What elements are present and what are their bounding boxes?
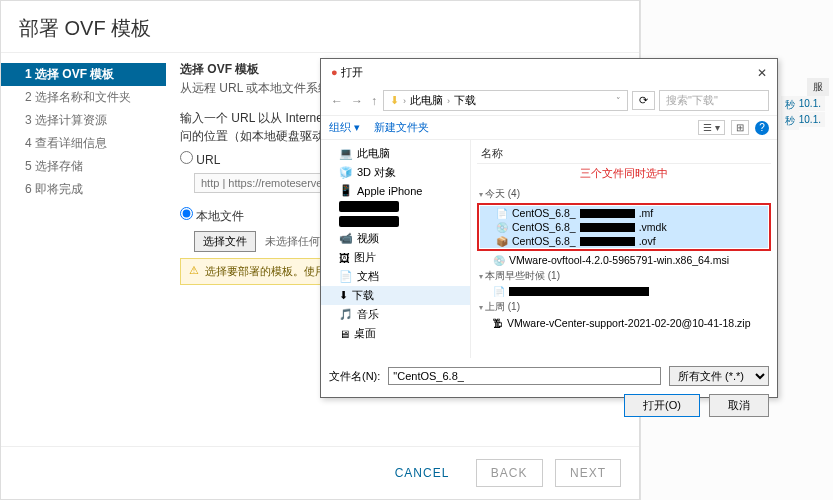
nav-fwd-icon[interactable]: → bbox=[349, 94, 365, 108]
chevron-right-icon: › bbox=[447, 96, 450, 106]
msi-icon: 💿 bbox=[493, 255, 505, 266]
tree-item-downloads[interactable]: ⬇下载 bbox=[321, 286, 470, 305]
step-2[interactable]: 2 选择名称和文件夹 bbox=[1, 86, 166, 109]
cancel-file-button[interactable]: 取消 bbox=[709, 394, 769, 417]
file-item[interactable]: 📄CentOS_6.8_.mf bbox=[480, 206, 768, 220]
ovf-icon: 📦 bbox=[496, 236, 508, 247]
file-item[interactable]: 💿CentOS_6.8_.vmdk bbox=[480, 220, 768, 234]
help-icon[interactable]: ? bbox=[755, 121, 769, 135]
phone-icon: 📱 bbox=[339, 184, 353, 197]
group-today[interactable]: ▾今天 (4) bbox=[477, 185, 771, 203]
music-icon: 🎵 bbox=[339, 308, 353, 321]
dialog-title: 打开 bbox=[341, 66, 363, 78]
close-icon[interactable]: ✕ bbox=[757, 66, 767, 80]
tree-item[interactable]: 📄文档 bbox=[321, 267, 470, 286]
bg-cell-1b: 10.1. bbox=[795, 96, 825, 111]
folder-tree: 💻此电脑 🧊3D 对象 📱Apple iPhone 📹视频 🖼图片 📄文档 ⬇下… bbox=[321, 140, 471, 358]
organize-menu[interactable]: 组织 ▾ bbox=[329, 120, 360, 135]
file-item[interactable]: 🗜VMware-vCenter-support-2021-02-20@10-41… bbox=[477, 316, 771, 330]
caret-down-icon: ▾ bbox=[479, 272, 483, 281]
filename-label: 文件名(N): bbox=[329, 369, 380, 384]
path-root: 此电脑 bbox=[410, 93, 443, 108]
file-open-dialog: ● 打开 ✕ ← → ↑ ⬇ › 此电脑 › 下载 ˅ ⟳ 搜索"下载" 组织 … bbox=[320, 58, 778, 398]
tree-item[interactable] bbox=[321, 199, 470, 214]
wizard-sidebar: 1 选择 OVF 模板 2 选择名称和文件夹 3 选择计算资源 4 查看详细信息… bbox=[1, 53, 166, 453]
picture-icon: 🖼 bbox=[339, 252, 350, 264]
wizard-title: 部署 OVF 模板 bbox=[1, 1, 639, 53]
tree-item[interactable]: 🖼图片 bbox=[321, 248, 470, 267]
bg-cell-2b: 10.1. bbox=[795, 112, 825, 127]
selection-highlight: 📄CentOS_6.8_.mf 💿CentOS_6.8_.vmdk 📦CentO… bbox=[477, 203, 771, 251]
warning-icon: ⚠ bbox=[189, 264, 199, 279]
redacted bbox=[580, 223, 635, 232]
col-hdr: 服 bbox=[807, 78, 829, 96]
open-button[interactable]: 打开(O) bbox=[624, 394, 700, 417]
step-4[interactable]: 4 查看详细信息 bbox=[1, 132, 166, 155]
column-header-name[interactable]: 名称 bbox=[477, 144, 771, 164]
redacted bbox=[580, 237, 635, 246]
caret-down-icon: ▾ bbox=[479, 303, 483, 312]
file-list: 名称 三个文件同时选中 ▾今天 (4) 📄CentOS_6.8_.mf 💿Cen… bbox=[471, 140, 777, 358]
video-icon: 📹 bbox=[339, 232, 353, 245]
file-icon: 📄 bbox=[493, 286, 505, 297]
desktop-icon: 🖥 bbox=[339, 328, 350, 340]
nav-up-icon[interactable]: ↑ bbox=[369, 94, 379, 108]
filter-select[interactable]: 所有文件 (*.*) bbox=[669, 366, 769, 386]
step-6[interactable]: 6 即将完成 bbox=[1, 178, 166, 201]
path-folder: 下载 bbox=[454, 93, 476, 108]
step-5[interactable]: 5 选择存储 bbox=[1, 155, 166, 178]
chrome-icon: ● bbox=[331, 66, 338, 78]
chevron-down-icon[interactable]: ˅ bbox=[616, 96, 621, 106]
view-detail-icon[interactable]: ⊞ bbox=[731, 120, 749, 135]
zip-icon: 🗜 bbox=[493, 318, 503, 329]
path-box[interactable]: ⬇ › 此电脑 › 下载 ˅ bbox=[383, 90, 628, 111]
tree-item[interactable]: 📹视频 bbox=[321, 229, 470, 248]
tree-item[interactable] bbox=[321, 214, 470, 229]
3d-icon: 🧊 bbox=[339, 166, 353, 179]
redacted bbox=[580, 209, 635, 218]
view-list-icon[interactable]: ☰ ▾ bbox=[698, 120, 725, 135]
step-1[interactable]: 1 选择 OVF 模板 bbox=[1, 63, 166, 86]
cancel-button[interactable]: CANCEL bbox=[381, 460, 464, 486]
nav-back-icon[interactable]: ← bbox=[329, 94, 345, 108]
new-folder-button[interactable]: 新建文件夹 bbox=[374, 120, 429, 135]
tree-item[interactable]: 🧊3D 对象 bbox=[321, 163, 470, 182]
tree-item[interactable]: 🎵音乐 bbox=[321, 305, 470, 324]
disk-icon: 💿 bbox=[496, 222, 508, 233]
search-input[interactable]: 搜索"下载" bbox=[659, 90, 769, 111]
file-icon: 📄 bbox=[496, 208, 508, 219]
tree-item[interactable]: 📱Apple iPhone bbox=[321, 182, 470, 199]
caret-down-icon: ▾ bbox=[479, 190, 483, 199]
group-thisweek[interactable]: ▾本周早些时候 (1) bbox=[477, 267, 771, 285]
annotation-note: 三个文件同时选中 bbox=[477, 166, 771, 181]
download-icon: ⬇ bbox=[339, 289, 348, 302]
file-item[interactable]: 📄 bbox=[477, 285, 771, 298]
radio-url[interactable]: URL bbox=[180, 153, 220, 167]
next-button[interactable]: NEXT bbox=[555, 459, 621, 487]
redacted bbox=[509, 287, 649, 296]
choose-file-button[interactable]: 选择文件 bbox=[194, 231, 256, 252]
document-icon: 📄 bbox=[339, 270, 353, 283]
folder-icon: ⬇ bbox=[390, 94, 399, 107]
file-item[interactable]: 📦CentOS_6.8_.ovf bbox=[480, 234, 768, 248]
group-lastweek[interactable]: ▾上周 (1) bbox=[477, 298, 771, 316]
tree-item[interactable]: 🖥桌面 bbox=[321, 324, 470, 343]
file-item[interactable]: 💿VMware-ovftool-4.2.0-5965791-win.x86_64… bbox=[477, 253, 771, 267]
filename-input[interactable] bbox=[388, 367, 661, 385]
step-3[interactable]: 3 选择计算资源 bbox=[1, 109, 166, 132]
refresh-icon[interactable]: ⟳ bbox=[632, 91, 655, 110]
radio-local[interactable]: 本地文件 bbox=[180, 209, 244, 223]
computer-icon: 💻 bbox=[339, 147, 353, 160]
back-button[interactable]: BACK bbox=[476, 459, 543, 487]
tree-item[interactable]: 💻此电脑 bbox=[321, 144, 470, 163]
chevron-right-icon: › bbox=[403, 96, 406, 106]
